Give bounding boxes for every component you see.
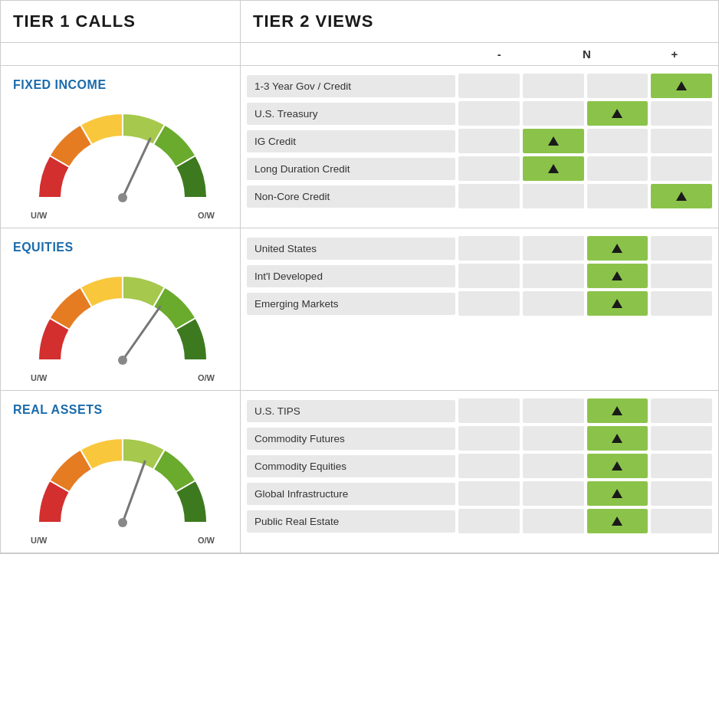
tier1-title: TIER 1 CALLS bbox=[13, 11, 228, 31]
asset-cells bbox=[455, 509, 712, 533]
highlighted-cell bbox=[651, 74, 712, 98]
asset-name: Emerging Markets bbox=[247, 293, 455, 315]
triangle-up-icon bbox=[612, 244, 622, 253]
triangle-up-icon bbox=[612, 299, 622, 308]
empty-cell bbox=[523, 481, 584, 506]
asset-name: Int'l Developed bbox=[247, 265, 455, 287]
empty-cell bbox=[651, 264, 712, 288]
empty-cell bbox=[523, 426, 584, 451]
table-row: U.S. Treasury bbox=[241, 101, 718, 126]
empty-cell bbox=[587, 184, 648, 208]
empty-cell bbox=[458, 156, 520, 181]
section-right-real-assets: U.S. TIPSCommodity FuturesCommodity Equi… bbox=[241, 391, 718, 553]
asset-name: Commodity Futures bbox=[247, 428, 455, 450]
asset-name: United States bbox=[247, 238, 455, 260]
table-row: Public Real Estate bbox=[241, 509, 718, 533]
empty-cell bbox=[523, 454, 584, 478]
highlighted-cell bbox=[587, 264, 648, 288]
triangle-up-icon bbox=[548, 164, 559, 173]
asset-name: U.S. TIPS bbox=[247, 400, 455, 422]
asset-name: IG Credit bbox=[247, 130, 455, 152]
main-container: TIER 1 CALLS TIER 2 VIEWS - N + FIXED IN… bbox=[0, 0, 719, 554]
highlighted-cell bbox=[587, 454, 648, 478]
gauge-svg bbox=[23, 98, 222, 205]
table-row: U.S. TIPS bbox=[241, 398, 718, 423]
triangle-up-icon bbox=[612, 434, 622, 443]
sections-container: FIXED INCOME U/WO/W1-3 Year Gov / Credit… bbox=[1, 66, 718, 553]
svg-line-4 bbox=[123, 461, 145, 523]
section-left-equities: EQUITIES U/WO/W bbox=[1, 228, 241, 390]
asset-cells bbox=[455, 398, 712, 423]
empty-cell bbox=[523, 291, 584, 316]
empty-cell bbox=[458, 101, 520, 126]
gauge-svg bbox=[23, 261, 222, 368]
gauge-real-assets bbox=[23, 423, 222, 534]
asset-cells bbox=[455, 74, 712, 98]
triangle-up-icon bbox=[612, 109, 622, 118]
empty-cell bbox=[651, 398, 712, 423]
empty-cell bbox=[458, 454, 520, 478]
empty-cell bbox=[458, 129, 520, 153]
table-row: 1-3 Year Gov / Credit bbox=[241, 74, 718, 98]
empty-cell bbox=[458, 291, 520, 316]
empty-cell bbox=[523, 236, 584, 261]
triangle-up-icon bbox=[676, 192, 687, 201]
table-row: Emerging Markets bbox=[241, 291, 718, 316]
highlighted-cell bbox=[587, 481, 648, 506]
gauge-labels-real-assets: U/WO/W bbox=[31, 536, 215, 545]
gauge-label-right: O/W bbox=[198, 536, 215, 545]
empty-cell bbox=[458, 481, 520, 506]
svg-point-1 bbox=[118, 193, 127, 202]
asset-cells bbox=[455, 129, 712, 153]
col-neutral: N bbox=[543, 48, 630, 61]
triangle-up-icon bbox=[612, 406, 622, 415]
asset-name: Global Infrastructure bbox=[247, 483, 455, 505]
table-row: Global Infrastructure bbox=[241, 481, 718, 506]
empty-cell bbox=[651, 426, 712, 451]
section-equities: EQUITIES U/WO/WUnited StatesInt'l Develo… bbox=[1, 228, 718, 391]
section-title-real-assets: REAL ASSETS bbox=[13, 403, 103, 417]
asset-cells bbox=[455, 236, 712, 261]
triangle-up-icon bbox=[548, 136, 559, 146]
empty-cell bbox=[651, 129, 712, 153]
gauge-label-left: U/W bbox=[31, 373, 47, 382]
svg-line-0 bbox=[123, 139, 150, 198]
section-title-equities: EQUITIES bbox=[13, 241, 74, 254]
asset-cells bbox=[455, 156, 712, 181]
section-real-assets: REAL ASSETS U/WO/WU.S. TIPSCommodity Fut… bbox=[1, 391, 718, 553]
empty-cell bbox=[651, 481, 712, 506]
empty-cell bbox=[651, 291, 712, 316]
empty-cell bbox=[651, 236, 712, 261]
gauge-labels-equities: U/WO/W bbox=[31, 373, 215, 382]
asset-cells bbox=[455, 481, 712, 506]
empty-cell bbox=[651, 101, 712, 126]
asset-cells bbox=[455, 291, 712, 316]
table-row: Int'l Developed bbox=[241, 264, 718, 288]
empty-cell bbox=[523, 184, 584, 208]
gauge-label-left: U/W bbox=[31, 211, 47, 220]
empty-cell bbox=[458, 426, 520, 451]
highlighted-cell bbox=[587, 291, 648, 316]
section-right-equities: United StatesInt'l DevelopedEmerging Mar… bbox=[241, 228, 718, 390]
empty-cell bbox=[587, 74, 648, 98]
asset-name: Long Duration Credit bbox=[247, 158, 455, 180]
asset-cells bbox=[455, 101, 712, 126]
highlighted-cell bbox=[587, 426, 648, 451]
section-fixed-income: FIXED INCOME U/WO/W1-3 Year Gov / Credit… bbox=[1, 66, 718, 228]
section-right-fixed-income: 1-3 Year Gov / CreditU.S. TreasuryIG Cre… bbox=[241, 66, 718, 228]
col-cells: - N + bbox=[455, 48, 718, 61]
empty-cell bbox=[523, 264, 584, 288]
empty-cell bbox=[587, 129, 648, 153]
empty-cell bbox=[458, 398, 520, 423]
empty-cell bbox=[458, 74, 520, 98]
empty-cell bbox=[458, 236, 520, 261]
gauge-svg bbox=[23, 423, 222, 530]
asset-cells bbox=[455, 184, 712, 208]
tier1-header: TIER 1 CALLS bbox=[1, 1, 241, 42]
tier2-header: TIER 2 VIEWS bbox=[241, 1, 718, 42]
empty-cell bbox=[458, 509, 520, 533]
gauge-label-right: O/W bbox=[198, 373, 215, 382]
gauge-equities bbox=[23, 261, 222, 372]
asset-name: Non-Core Credit bbox=[247, 185, 455, 208]
highlighted-cell bbox=[587, 509, 648, 533]
